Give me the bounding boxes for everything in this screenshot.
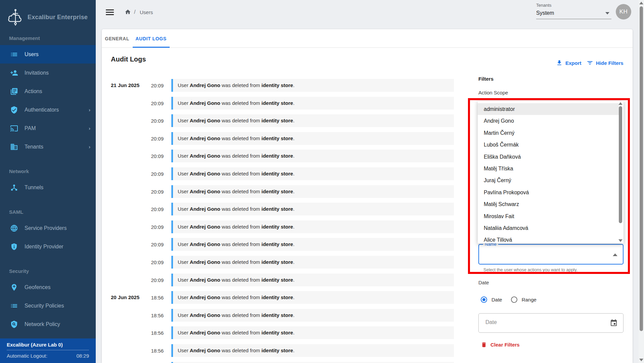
dropdown-option[interactable]: Matěj Schwarz xyxy=(478,198,619,210)
dropdown-option[interactable]: Eliška Daňková xyxy=(478,151,619,163)
sidebar-item-network-policy[interactable]: Network Policy xyxy=(0,315,96,333)
sidebar-item-label: Actions xyxy=(25,88,42,94)
globe-icon xyxy=(10,224,18,232)
chevron-right-icon: › xyxy=(89,144,90,150)
avatar[interactable]: KH xyxy=(616,4,631,19)
chevron-up-icon[interactable] xyxy=(613,253,617,256)
dropdown-option[interactable]: Juraj Černý xyxy=(478,174,619,186)
sidebar-item-label: Service Providers xyxy=(25,225,67,231)
home-icon[interactable] xyxy=(125,9,131,16)
main-card: GENERAL AUDIT LOGS Audit Logs Export Hid… xyxy=(102,29,633,363)
menu-toggle-icon[interactable] xyxy=(106,9,114,15)
chevron-down-icon xyxy=(605,12,609,14)
log-entry-time: 18:56 xyxy=(142,295,164,300)
dropdown-scrollbar[interactable] xyxy=(618,101,623,243)
sidebar-section-security: Security xyxy=(9,268,96,275)
chevron-right-icon: › xyxy=(89,125,90,131)
sidebar-item-label: Tunnels xyxy=(25,185,43,191)
log-entry-message: User Andrej Gono was deleted from identi… xyxy=(171,274,454,286)
sidebar: Excalibur Enterprise ManagementUsersInvi… xyxy=(0,0,96,363)
log-entry-message: User Andrej Gono was deleted from identi… xyxy=(171,150,454,162)
dropdown-option[interactable]: Luboš Čermák xyxy=(478,139,619,151)
sidebar-item-identity-provider[interactable]: Identity Provider xyxy=(0,237,96,256)
download-icon xyxy=(556,59,563,66)
dropdown-option[interactable]: Miroslav Fait xyxy=(478,210,619,222)
log-entry-message: User Andrej Gono was deleted from identi… xyxy=(171,185,454,198)
sidebar-item-geofences[interactable]: Geofences xyxy=(0,278,96,296)
log-entry-time: 20:09 xyxy=(142,206,164,212)
sidebar-item-label: Security Policies xyxy=(25,303,64,309)
sidebar-item-security-policies[interactable]: Security Policies xyxy=(0,296,96,315)
dropdown-option[interactable]: Martin Černý xyxy=(478,127,619,139)
log-entry-message: User Andrej Gono was deleted from identi… xyxy=(171,220,454,233)
shield-check-icon xyxy=(10,106,18,114)
sidebar-item-label: Geofences xyxy=(25,284,50,290)
dropdown-option[interactable]: Andrej Gono xyxy=(478,115,619,127)
breadcrumb[interactable]: Users xyxy=(140,9,153,15)
radio-range-circle[interactable] xyxy=(511,296,517,303)
breadcrumb-separator: / xyxy=(134,9,135,15)
list-icon xyxy=(10,302,18,310)
scrollbar-up-icon[interactable] xyxy=(639,2,643,4)
radio-range[interactable]: Range xyxy=(511,296,536,303)
sidebar-item-tenants[interactable]: Tenants› xyxy=(0,137,96,156)
radio-date[interactable]: Date xyxy=(481,296,502,303)
log-entry-time: 20:09 xyxy=(142,83,164,88)
page-scrollbar-thumb[interactable] xyxy=(640,6,643,331)
page-scrollbar[interactable] xyxy=(639,0,644,363)
sidebar-item-pam[interactable]: PAM› xyxy=(0,119,96,137)
sidebar-item-service-providers[interactable]: Service Providers xyxy=(0,219,96,237)
filters-title: Filters xyxy=(478,76,493,82)
log-entry-message: User Andrej Gono was deleted from identi… xyxy=(171,238,454,251)
log-entry-time: 20:09 xyxy=(142,136,164,142)
log-entry-time: 20:09 xyxy=(142,277,164,283)
sidebar-footer: Excalibur (Azure Lab 0) Automatic Logout… xyxy=(0,338,96,363)
dropdown-option[interactable]: Pavlína Prokopová xyxy=(478,187,619,198)
sidebar-item-actions[interactable]: Actions xyxy=(0,82,96,100)
sidebar-section-network: Network xyxy=(9,168,96,175)
brand: Excalibur Enterprise xyxy=(0,0,96,35)
sidebar-item-label: Network Policy xyxy=(25,321,60,327)
dropdown-option[interactable]: Matěj Tříska xyxy=(478,163,619,174)
building-icon xyxy=(10,143,18,151)
sidebar-item-label: Authenticators xyxy=(25,107,59,113)
chevron-right-icon: › xyxy=(89,107,90,113)
radio-date-circle[interactable] xyxy=(481,296,487,303)
date-mode-radios: Date Range xyxy=(481,296,536,303)
tenants-select[interactable]: Tenants System xyxy=(536,3,611,19)
log-entry-time: 20:09 xyxy=(142,118,164,124)
clear-filters-button[interactable]: Clear Filters xyxy=(481,341,520,348)
dropdown-option[interactable]: Nataliia Adamcová xyxy=(478,222,619,234)
log-entry-time: 18:56 xyxy=(142,348,164,354)
log-entry-message: User Andrej Gono was deleted from identi… xyxy=(171,132,454,145)
scroll-up-icon[interactable] xyxy=(618,102,622,105)
calendar-icon[interactable] xyxy=(610,319,618,328)
export-button[interactable]: Export xyxy=(556,59,582,66)
log-entry-time: 20:09 xyxy=(142,242,164,247)
location-pin-icon xyxy=(10,283,18,291)
name-combobox[interactable]: Name xyxy=(478,244,624,265)
sidebar-item-tunnels[interactable]: Tunnels xyxy=(0,178,96,197)
log-entry-message: User Andrej Gono was deleted from identi… xyxy=(171,326,454,339)
sidebar-item-label: Users xyxy=(25,51,39,57)
sidebar-nav: ManagementUsersInvitationsActionsAuthent… xyxy=(0,35,96,333)
sidebar-item-authenticators[interactable]: Authenticators› xyxy=(0,100,96,119)
hide-filters-button[interactable]: Hide Filters xyxy=(587,59,624,66)
sidebar-item-users[interactable]: Users xyxy=(0,45,96,64)
log-entry-message: User Andrej Gono was deleted from identi… xyxy=(171,291,454,304)
dropdown-option[interactable]: Alice Tillová xyxy=(478,234,619,243)
date-input[interactable]: Date xyxy=(478,313,624,333)
dropdown-option[interactable]: administrator xyxy=(478,103,619,115)
automatic-logout-label: Automatic Logout: xyxy=(7,353,47,359)
excalibur-logo-icon xyxy=(7,9,24,26)
sidebar-item-label: PAM xyxy=(25,125,36,131)
action-scope-label: Action Scope xyxy=(478,90,508,95)
sidebar-item-invitations[interactable]: Invitations xyxy=(0,64,96,82)
scrollbar-down-icon[interactable] xyxy=(639,359,643,361)
sidebar-section-management: Management xyxy=(9,35,96,42)
sidebar-item-label: Identity Provider xyxy=(25,244,63,250)
scroll-down-icon[interactable] xyxy=(618,239,622,242)
shield-info-icon xyxy=(10,243,18,251)
log-entry-message: User Andrej Gono was deleted from identi… xyxy=(171,309,454,322)
dropdown-scrollbar-thumb[interactable] xyxy=(619,106,622,223)
